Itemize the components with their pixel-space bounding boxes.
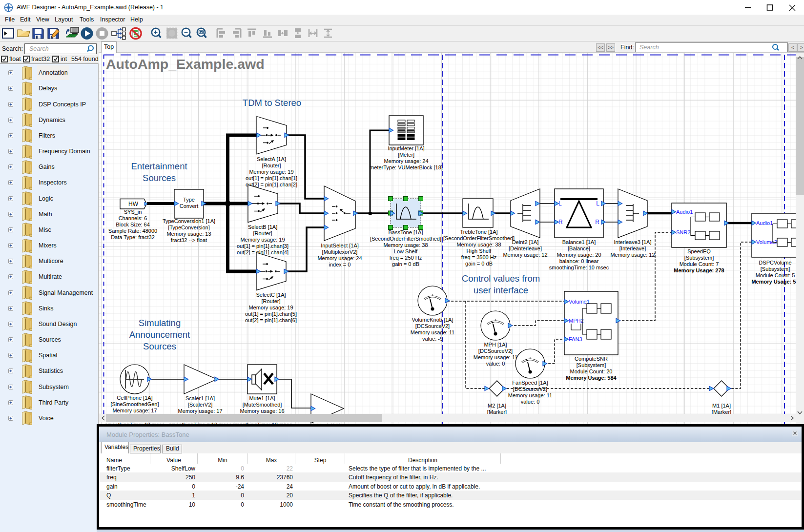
svg-text:[DCSourceV2]: [DCSourceV2] xyxy=(415,323,450,329)
svg-text:gain = 0 dB: gain = 0 dB xyxy=(392,261,419,267)
svg-text:Sample Rate: 48000: Sample Rate: 48000 xyxy=(108,228,157,234)
svg-text:Memory usage: 12: Memory usage: 12 xyxy=(503,252,547,258)
svg-text:Balance1 [1A]: Balance1 [1A] xyxy=(562,239,596,245)
svg-text:[Balance]: [Balance] xyxy=(568,246,590,251)
svg-text:value: 0: value: 0 xyxy=(521,399,540,405)
svg-text:TypeConversion1 [1A]: TypeConversion1 [1A] xyxy=(163,218,215,224)
svg-text:Mute1 [1A]: Mute1 [1A] xyxy=(249,395,275,401)
svg-text:Entertainment: Entertainment xyxy=(131,161,187,171)
svg-text:Memory usage: 17: Memory usage: 17 xyxy=(112,408,157,413)
svg-text:out[1] = pin[1].chan[1]: out[1] = pin[1].chan[1] xyxy=(246,175,297,181)
svg-text:out[2] = pin[1].chan[6]: out[2] = pin[1].chan[6] xyxy=(245,317,297,323)
svg-text:SNR2: SNR2 xyxy=(676,229,690,235)
svg-text:InputMeter [1A]: InputMeter [1A] xyxy=(388,145,424,151)
svg-text:DSPCVolume: DSPCVolume xyxy=(759,260,791,266)
svg-text:Channels: 6: Channels: 6 xyxy=(119,215,147,221)
svg-text:Sources: Sources xyxy=(143,173,176,183)
svg-text:[Subsystem]: [Subsystem] xyxy=(577,362,606,368)
svg-text:Memory usage: 12: Memory usage: 12 xyxy=(610,252,655,258)
svg-text:Audio1: Audio1 xyxy=(676,209,693,215)
svg-text:gain = 0 dB: gain = 0 dB xyxy=(465,261,493,266)
svg-text:Memory usage: 19: Memory usage: 19 xyxy=(248,305,293,310)
svg-text:smoothingTime: 10 msec: smoothingTime: 10 msec xyxy=(549,265,609,270)
svg-text:M1 [1A]: M1 [1A] xyxy=(712,403,731,409)
svg-text:High Shelf: High Shelf xyxy=(467,248,492,254)
svg-text:HW: HW xyxy=(128,201,139,207)
svg-text:CellPhone [1A]: CellPhone [1A] xyxy=(117,395,152,401)
svg-text:Memory usage: 38: Memory usage: 38 xyxy=(456,242,501,247)
svg-text:[DCSourceV2]: [DCSourceV2] xyxy=(478,348,513,354)
svg-text:TrebleTone [1A]: TrebleTone [1A] xyxy=(460,229,497,235)
svg-text:Memory Usage: 278: Memory Usage: 278 xyxy=(674,267,724,273)
svg-text:Memory usage: 38: Memory usage: 38 xyxy=(383,242,428,248)
svg-text:M2 [1A]: M2 [1A] xyxy=(488,403,506,409)
svg-text:Simulating: Simulating xyxy=(139,318,181,328)
svg-text:Type: Type xyxy=(183,197,195,203)
svg-text:SelectA [1A]: SelectA [1A] xyxy=(257,156,286,162)
svg-text:[SecondOrderFilterSmoothed]: [SecondOrderFilterSmoothed] xyxy=(370,236,441,242)
svg-text:MPH [1A]: MPH [1A] xyxy=(484,342,507,348)
svg-text:Convert: Convert xyxy=(180,203,199,209)
svg-text:Memory usage: 11: Memory usage: 11 xyxy=(474,354,517,360)
svg-text:[Router]: [Router] xyxy=(253,230,272,236)
svg-text:Block Size: 64: Block Size: 64 xyxy=(116,222,150,227)
svg-text:value: 0: value: 0 xyxy=(486,361,505,367)
svg-text:freq = 250 Hz: freq = 250 Hz xyxy=(390,255,422,261)
svg-text:Interleave3 [1A]: Interleave3 [1A] xyxy=(614,239,651,245)
svg-text:[MultiplexorV2]: [MultiplexorV2] xyxy=(322,249,358,255)
svg-text:Deint2 [1A]: Deint2 [1A] xyxy=(512,239,538,245)
svg-text:[Deinterleave]: [Deinterleave] xyxy=(509,246,542,251)
svg-text:Module Count: 5: Module Count: 5 xyxy=(756,272,795,278)
svg-text:Memory usage: 19: Memory usage: 19 xyxy=(249,169,293,175)
svg-text:Volume1: Volume1 xyxy=(569,299,590,305)
svg-text:Memory usage: 20: Memory usage: 20 xyxy=(557,252,601,258)
svg-text:VolumeKnob [1A]: VolumeKnob [1A] xyxy=(412,317,453,323)
svg-text:L: L xyxy=(596,200,599,207)
svg-text:SYS_in: SYS_in xyxy=(124,209,142,215)
svg-text:Low Shelf: Low Shelf xyxy=(394,248,418,254)
svg-text:[ScalerV2]: [ScalerV2] xyxy=(188,402,213,408)
svg-text:SpeedEQ: SpeedEQ xyxy=(687,248,711,254)
svg-text:InputSelect [1A]: InputSelect [1A] xyxy=(321,243,359,248)
svg-text:[DCSourceV2]: [DCSourceV2] xyxy=(513,386,547,392)
svg-text:user interface: user interface xyxy=(474,285,528,295)
svg-text:value: -9: value: -9 xyxy=(422,336,443,342)
svg-text:Memory usage: 11: Memory usage: 11 xyxy=(411,329,454,335)
svg-text:Module Count: 7: Module Count: 7 xyxy=(680,261,719,267)
svg-text:MPH2: MPH2 xyxy=(569,318,584,324)
svg-text:Audio1: Audio1 xyxy=(756,220,773,226)
svg-text:R: R xyxy=(595,219,599,225)
svg-text:Memory Usage: 58: Memory Usage: 58 xyxy=(751,279,796,285)
svg-text:AutoAmp_Example.awd: AutoAmp_Example.awd xyxy=(106,56,265,72)
svg-text:Announcement: Announcement xyxy=(129,329,190,340)
svg-text:index = 0: index = 0 xyxy=(329,262,351,267)
svg-text:Memory usage: 24: Memory usage: 24 xyxy=(317,255,362,261)
svg-text:[SecondOrderFilterSmoothed]: [SecondOrderFilterSmoothed] xyxy=(443,235,515,241)
svg-text:Scaler1 [1A]: Scaler1 [1A] xyxy=(186,395,215,401)
svg-text:[Subsystem]: [Subsystem] xyxy=(761,266,790,272)
svg-text:SelectC [1A]: SelectC [1A] xyxy=(256,292,286,298)
svg-text:Memory usage: 11: Memory usage: 11 xyxy=(508,392,552,398)
svg-text:TDM to Stereo: TDM to Stereo xyxy=(243,98,301,108)
svg-text:SelectB [1A]: SelectB [1A] xyxy=(248,224,278,230)
svg-text:Memory usage: 24: Memory usage: 24 xyxy=(384,158,428,164)
svg-text:meterType: VUMeterBlock [18]: meterType: VUMeterBlock [18] xyxy=(370,164,443,170)
svg-text:Memory usage: 16: Memory usage: 16 xyxy=(240,408,284,414)
svg-text:[TypeConversion]: [TypeConversion] xyxy=(168,225,210,230)
svg-text:Memory usage: 19: Memory usage: 19 xyxy=(240,237,285,243)
svg-text:Data Type: fract32: Data Type: fract32 xyxy=(111,234,155,240)
svg-text:[Meter]: [Meter] xyxy=(398,152,414,158)
svg-text:[MuteSmoothed]: [MuteSmoothed] xyxy=(243,402,282,408)
svg-text:out[1] = pin[1].chan[5]: out[1] = pin[1].chan[5] xyxy=(245,311,297,317)
svg-text:[Subsystem]: [Subsystem] xyxy=(684,255,714,261)
svg-text:[Router]: [Router] xyxy=(262,163,281,168)
svg-text:balance: 0 linear: balance: 0 linear xyxy=(559,258,599,264)
svg-text:out[1] = pin[1].chan[3]: out[1] = pin[1].chan[3] xyxy=(237,243,289,249)
svg-text:Control values from: Control values from xyxy=(462,273,540,284)
svg-text:freq = 3500 Hz: freq = 3500 Hz xyxy=(461,254,496,260)
svg-text:[Interleave]: [Interleave] xyxy=(619,246,646,251)
svg-text:Memory usage: 13: Memory usage: 13 xyxy=(166,231,211,237)
svg-text:[SineSmoothedGen]: [SineSmoothedGen] xyxy=(110,401,159,407)
svg-text:Sources: Sources xyxy=(143,341,176,351)
svg-text:FanSpeed [1A]: FanSpeed [1A] xyxy=(512,380,548,386)
